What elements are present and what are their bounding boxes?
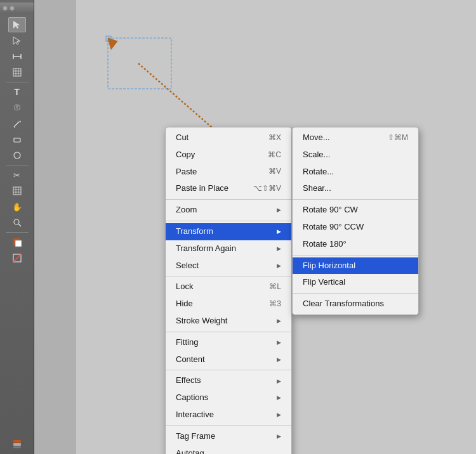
tool-sep-1 <box>6 82 29 82</box>
svg-line-14 <box>14 122 19 127</box>
toolbar-close-dot[interactable] <box>3 6 8 11</box>
menu-item-content[interactable]: Content▶ <box>166 351 291 368</box>
submenu-item-shear[interactable]: Shear... <box>293 180 418 197</box>
menu-item-label: Paste in Place <box>176 182 228 195</box>
menu-item-hide[interactable]: Hide⌘3 <box>166 295 291 313</box>
menu-separator <box>166 221 291 221</box>
submenu-arrow-icon: ▶ <box>277 393 281 402</box>
submenu-shortcut: ⇧⌘M <box>388 132 408 144</box>
menu-shortcut: ⌘L <box>269 281 281 293</box>
context-menu: Cut⌘XCopy⌘CPaste⌘VPaste in Place⌥⇧⌘VZoom… <box>165 127 292 454</box>
submenu-item-move[interactable]: Move...⇧⌘M <box>293 129 418 146</box>
submenu-arrow-icon: ▶ <box>277 261 281 270</box>
svg-line-29 <box>13 254 21 262</box>
tool-ellipse[interactable] <box>8 148 26 163</box>
tool-chart[interactable] <box>8 65 26 80</box>
menu-item-transform-again[interactable]: Transform Again▶ <box>166 240 291 257</box>
tool-rect-grid[interactable] <box>8 183 26 198</box>
menu-item-zoom[interactable]: Zoom▶ <box>166 202 291 219</box>
menu-item-interactive[interactable]: Interactive▶ <box>166 406 291 424</box>
svg-line-2 <box>138 63 222 136</box>
svg-rect-0 <box>108 38 171 89</box>
menu-item-cut[interactable]: Cut⌘X <box>166 129 291 146</box>
submenu-separator <box>293 293 418 294</box>
tool-hand[interactable]: ✋ <box>8 199 26 214</box>
menu-item-fitting[interactable]: Fitting▶ <box>166 334 291 351</box>
menu-shortcut: ⌥⇧⌘V <box>253 183 281 195</box>
submenu-item-label: Clear Transformations <box>303 297 384 311</box>
submenu-arrow-icon: ▶ <box>277 244 281 253</box>
svg-line-25 <box>18 224 21 226</box>
svg-rect-27 <box>15 240 22 247</box>
menu-item-label: Stroke Weight <box>176 315 227 328</box>
menu-item-label: Hide <box>176 297 193 311</box>
submenu-separator <box>293 199 418 200</box>
menu-item-label: Zoom <box>176 204 197 217</box>
tool-layers[interactable] <box>8 436 26 451</box>
svg-line-16 <box>14 127 15 128</box>
tool-sep-3 <box>6 232 29 233</box>
tool-zoom[interactable] <box>8 215 26 230</box>
menu-item-label: Select <box>176 259 199 273</box>
tool-eraser[interactable] <box>8 132 26 147</box>
tool-touch-type[interactable]: Ⓣ <box>8 100 26 115</box>
menu-item-captions[interactable]: Captions▶ <box>166 389 291 406</box>
submenu-item-rotate-90-ccw[interactable]: Rotate 90° CCW <box>293 219 418 236</box>
tool-scissors[interactable]: ✂ <box>8 167 26 183</box>
tool-type[interactable]: T <box>8 84 26 100</box>
submenu-item-label: Rotate 90° CW <box>303 204 358 217</box>
menu-item-paste-in-place[interactable]: Paste in Place⌥⇧⌘V <box>166 180 291 197</box>
submenu-item-label: Rotate 180° <box>303 238 347 251</box>
submenu-item-label: Flip Vertical <box>303 276 345 289</box>
submenu-item-rotate-90-cw[interactable]: Rotate 90° CW <box>293 202 418 219</box>
svg-marker-5 <box>13 37 20 44</box>
submenu-item-label: Rotate... <box>303 165 334 179</box>
menu-separator <box>166 425 291 426</box>
menu-item-label: Lock <box>176 280 193 294</box>
submenu-item-flip-horizontal[interactable]: Flip Horizontal <box>293 257 418 275</box>
menu-item-select[interactable]: Select▶ <box>166 257 291 275</box>
svg-rect-19 <box>13 187 21 195</box>
svg-point-18 <box>14 152 20 159</box>
tool-width[interactable] <box>8 49 26 64</box>
submenu-item-label: Flip Horizontal <box>303 259 355 273</box>
menu-item-label: Transform Again <box>176 242 236 256</box>
svg-marker-4 <box>13 21 20 29</box>
menu-item-autotag[interactable]: Autotag <box>166 445 291 454</box>
menu-item-tag-frame[interactable]: Tag Frame▶ <box>166 428 291 445</box>
tool-fill-color[interactable] <box>8 235 26 250</box>
tool-none[interactable] <box>8 250 26 266</box>
tool-direct-select[interactable] <box>8 33 26 48</box>
submenu-arrow-icon: ▶ <box>277 338 281 347</box>
submenu-arrow-icon: ▶ <box>277 227 281 236</box>
menu-item-lock[interactable]: Lock⌘L <box>166 278 291 295</box>
submenu-item-rotate[interactable]: Rotate... <box>293 164 418 181</box>
toolbar: T Ⓣ ✂ ✋ <box>0 0 34 454</box>
menu-item-label: Tag Frame <box>176 430 215 443</box>
tool-sep-2 <box>6 165 29 165</box>
menu-item-transform[interactable]: Transform▶ <box>166 223 291 240</box>
svg-rect-9 <box>13 68 21 76</box>
menu-item-label: Cut <box>176 131 188 145</box>
submenu-transform: Move...⇧⌘MScale...Rotate...Shear...Rotat… <box>292 127 419 315</box>
menu-shortcut: ⌘3 <box>269 298 281 310</box>
menu-item-label: Interactive <box>176 408 214 422</box>
submenu-arrow-icon: ▶ <box>277 410 281 419</box>
tool-selection[interactable] <box>8 17 26 32</box>
submenu-item-clear-transformations[interactable]: Clear Transformations <box>293 295 418 313</box>
submenu-item-scale[interactable]: Scale... <box>293 146 418 164</box>
menu-item-label: Autotag <box>176 447 204 454</box>
menu-item-stroke-weight[interactable]: Stroke Weight▶ <box>166 313 291 330</box>
menu-separator <box>166 332 291 332</box>
submenu-item-flip-vertical[interactable]: Flip Vertical <box>293 274 418 291</box>
toolbar-min-dot[interactable] <box>10 6 15 11</box>
tool-pencil[interactable] <box>8 116 26 131</box>
menu-item-paste[interactable]: Paste⌘V <box>166 164 291 181</box>
menu-item-label: Copy <box>176 148 195 162</box>
toolbar-title-bar <box>0 3 34 14</box>
menu-item-effects[interactable]: Effects▶ <box>166 372 291 389</box>
submenu-item-rotate-180[interactable]: Rotate 180° <box>293 236 418 253</box>
menu-item-copy[interactable]: Copy⌘C <box>166 146 291 164</box>
menu-separator <box>166 276 291 276</box>
menu-item-label: Captions <box>176 391 208 405</box>
